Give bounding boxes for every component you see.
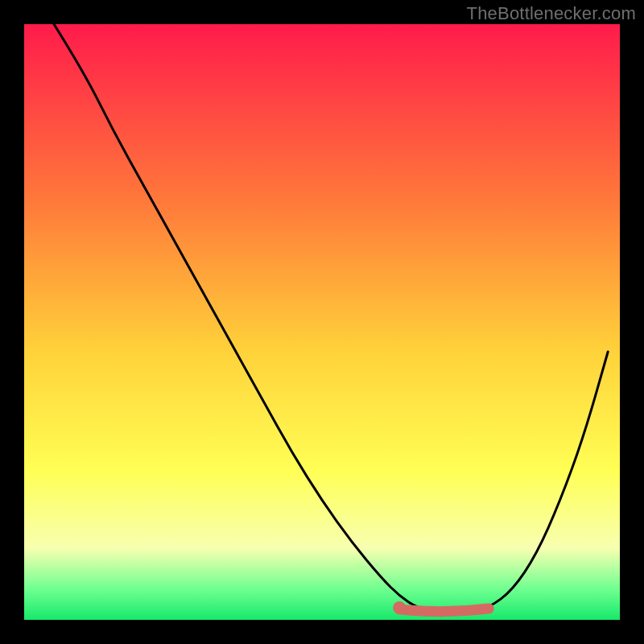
attribution-label: TheBottlenecker.com: [467, 3, 636, 24]
chart-frame: TheBottlenecker.com: [0, 0, 644, 644]
bottleneck-chart: [24, 24, 620, 620]
gradient-background: [24, 24, 620, 620]
plot-area: [24, 24, 620, 620]
svg-point-0: [393, 601, 406, 614]
